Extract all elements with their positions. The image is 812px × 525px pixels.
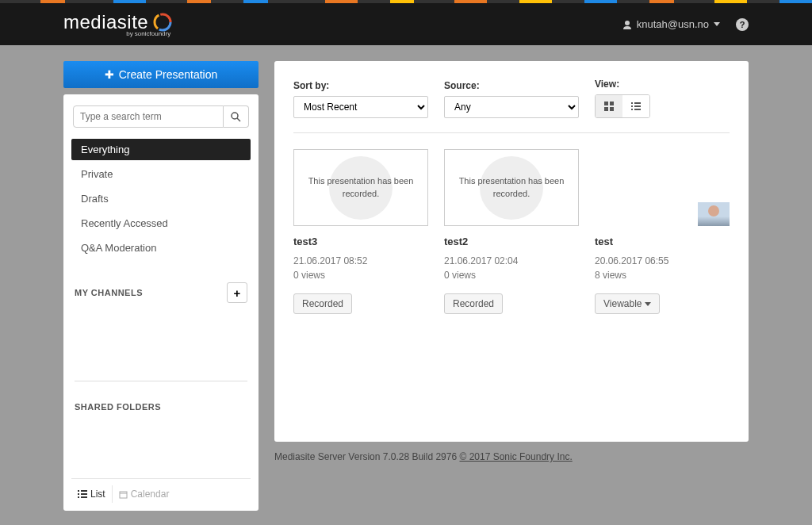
- svg-rect-21: [634, 105, 641, 107]
- svg-rect-9: [81, 493, 87, 495]
- add-channel-button[interactable]: +: [227, 282, 247, 303]
- svg-rect-12: [120, 492, 127, 498]
- search-button[interactable]: [224, 105, 249, 128]
- view-group: View:: [595, 79, 650, 118]
- svg-rect-14: [604, 102, 608, 105]
- presentation-title: test3: [293, 236, 428, 247]
- chevron-down-icon: [714, 22, 720, 26]
- presentation-date: 20.06.2017 06:55: [595, 254, 730, 268]
- plus-icon: ✚: [105, 68, 114, 81]
- svg-rect-17: [610, 107, 614, 111]
- presentation-views: 0 views: [444, 268, 579, 282]
- header-right: knutah@usn.no ?: [622, 18, 749, 31]
- footer-copyright-link[interactable]: © 2017 Sonic Foundry Inc.: [459, 451, 572, 462]
- help-button[interactable]: ?: [736, 18, 749, 31]
- sidebar-bottom-tabs: List Calendar: [71, 478, 251, 503]
- create-presentation-button[interactable]: ✚ Create Presentation: [63, 61, 259, 88]
- controls-row: Sort by: Most Recent Source: Any View:: [293, 79, 730, 118]
- header-bar: mediasite by sonicfoundry knutah@usn.no: [0, 3, 812, 45]
- footer-version: Mediasite Server Version 7.0.28 Build 29…: [274, 451, 459, 462]
- source-label: Source:: [444, 80, 579, 91]
- section-divider: [75, 381, 247, 381]
- my-channels-label: MY CHANNELS: [75, 288, 143, 297]
- nav-item-everything[interactable]: Everything: [71, 139, 251, 160]
- user-menu[interactable]: knutah@usn.no: [622, 18, 720, 30]
- presentation-card[interactable]: This presentation has been recorded. tes…: [293, 149, 428, 314]
- svg-rect-11: [81, 496, 87, 498]
- svg-line-5: [237, 118, 240, 121]
- nav-list: Everything Private Drafts Recently Acces…: [71, 139, 251, 262]
- presentation-views: 0 views: [293, 268, 428, 282]
- thumb-message: This presentation has been recorded.: [294, 175, 427, 200]
- content-panel: Sort by: Most Recent Source: Any View:: [274, 61, 749, 442]
- svg-rect-6: [78, 490, 79, 492]
- view-label: View:: [595, 79, 650, 90]
- tab-calendar[interactable]: Calendar: [113, 485, 176, 503]
- tab-list[interactable]: List: [71, 485, 113, 503]
- svg-rect-16: [604, 107, 608, 111]
- search-row: [73, 105, 249, 128]
- user-icon: [622, 20, 632, 29]
- list-icon: [631, 102, 641, 110]
- svg-rect-8: [78, 493, 79, 495]
- view-list-button[interactable]: [622, 95, 649, 117]
- svg-rect-20: [631, 105, 633, 107]
- svg-rect-22: [631, 109, 633, 110]
- presentation-title: test: [595, 236, 730, 247]
- svg-rect-19: [634, 102, 641, 104]
- presentation-date: 21.06.2017 08:52: [293, 254, 428, 268]
- nav-item-private[interactable]: Private: [71, 163, 251, 185]
- user-email-label: knutah@usn.no: [637, 18, 709, 30]
- status-button[interactable]: Recorded: [444, 293, 503, 314]
- left-column: ✚ Create Presentation Everything Private…: [63, 61, 259, 511]
- sort-select[interactable]: Most Recent: [293, 96, 428, 118]
- search-icon: [231, 112, 241, 122]
- source-select[interactable]: Any: [444, 96, 579, 118]
- presentation-card[interactable]: This presentation has been recorded. tes…: [444, 149, 579, 314]
- sort-group: Sort by: Most Recent: [293, 80, 428, 118]
- view-grid-button[interactable]: [596, 95, 622, 117]
- sidebar-panel: Everything Private Drafts Recently Acces…: [63, 94, 259, 511]
- status-label: Viewable: [603, 298, 642, 309]
- logo-block: mediasite by sonicfoundry: [63, 11, 174, 37]
- presentation-card[interactable]: test 20.06.2017 06:55 8 views Viewable: [595, 149, 730, 314]
- calendar-icon: [119, 490, 128, 499]
- svg-rect-7: [81, 490, 87, 492]
- grid-icon: [604, 102, 614, 111]
- tab-list-label: List: [90, 489, 105, 500]
- right-column: Sort by: Most Recent Source: Any View:: [274, 61, 749, 511]
- presentation-thumbnail: [595, 149, 730, 226]
- presentations-grid: This presentation has been recorded. tes…: [293, 149, 730, 314]
- tab-calendar-label: Calendar: [131, 489, 170, 500]
- presentation-thumbnail: This presentation has been recorded.: [444, 149, 579, 226]
- my-channels-header: MY CHANNELS +: [71, 276, 251, 309]
- presentation-title: test2: [444, 236, 579, 247]
- svg-rect-15: [610, 102, 614, 105]
- status-dropdown-button[interactable]: Viewable: [595, 293, 660, 314]
- content-divider: [293, 132, 730, 133]
- nav-item-qa-moderation[interactable]: Q&A Moderation: [71, 237, 251, 259]
- shared-folders-header: SHARED FOLDERS: [71, 396, 251, 418]
- svg-point-4: [232, 113, 238, 119]
- list-icon: [78, 490, 87, 498]
- search-input[interactable]: [73, 105, 224, 128]
- status-button[interactable]: Recorded: [293, 293, 352, 314]
- presentation-date: 21.06.2017 02:04: [444, 254, 579, 268]
- footer: Mediasite Server Version 7.0.28 Build 29…: [274, 451, 749, 462]
- plus-icon: +: [234, 286, 241, 300]
- sort-label: Sort by:: [293, 80, 428, 91]
- presentation-views: 8 views: [595, 268, 730, 282]
- logo[interactable]: mediasite: [63, 11, 174, 33]
- source-group: Source: Any: [444, 80, 579, 118]
- svg-rect-23: [634, 109, 641, 110]
- nav-item-recently-accessed[interactable]: Recently Accessed: [71, 213, 251, 234]
- avatar-image: [698, 202, 730, 226]
- create-label: Create Presentation: [119, 68, 218, 81]
- chevron-down-icon: [645, 302, 651, 306]
- status-label: Recorded: [302, 298, 343, 309]
- presentation-thumbnail: This presentation has been recorded.: [293, 149, 428, 226]
- svg-rect-10: [78, 496, 79, 498]
- nav-item-drafts[interactable]: Drafts: [71, 188, 251, 209]
- view-toggle: [595, 94, 650, 118]
- logo-swirl-icon: [151, 11, 174, 33]
